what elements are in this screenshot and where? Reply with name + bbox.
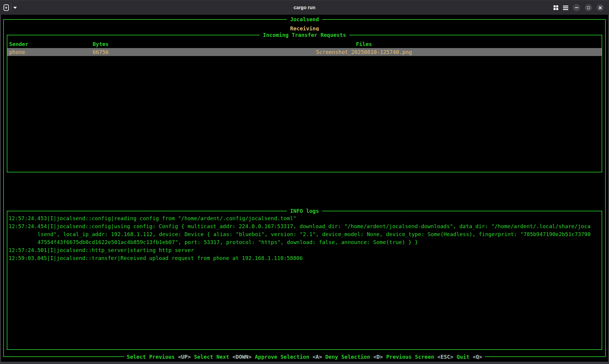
keybinding-bar: Select Previous<UP> Select Next<DOWN> Ap… bbox=[124, 353, 485, 361]
new-tab-button[interactable]: + bbox=[4, 4, 9, 11]
column-header-bytes: Bytes bbox=[93, 40, 126, 48]
terminal-screen[interactable]: Jocalsend Receiving Incoming Transfer Re… bbox=[1, 15, 608, 362]
chevron-down-icon bbox=[13, 7, 17, 9]
headerbar: + cargo run × bbox=[0, 0, 609, 15]
maximize-button[interactable] bbox=[585, 4, 592, 11]
incoming-transfers-panel: Incoming Transfer Requests Sender Bytes … bbox=[7, 35, 602, 172]
log-line-continuation: 47554f43f6675db0cd1622e501ac4b859c13fb1e… bbox=[9, 238, 602, 246]
grid-icon bbox=[554, 5, 558, 10]
keybind-approve-selection: Approve Selection<A> bbox=[255, 353, 322, 361]
plus-icon: + bbox=[4, 4, 9, 11]
table-row-selected[interactable]: phone 66756 Screenshot_20250810-125740.p… bbox=[7, 48, 602, 56]
tab-controls: + bbox=[4, 0, 17, 15]
transfer-table-header: Sender Bytes Files bbox=[7, 40, 602, 48]
keybind-quit: Quit<Q> bbox=[457, 353, 482, 361]
minimize-button[interactable] bbox=[573, 4, 580, 11]
app-title: Jocalsend bbox=[287, 15, 322, 23]
maximize-icon bbox=[587, 6, 590, 9]
close-button[interactable]: × bbox=[597, 4, 604, 11]
keybind-deny-selection: Deny Selection<D> bbox=[325, 353, 383, 361]
info-logs-panel: INFO logs 12:57:24.453|I|jocalsend::conf… bbox=[7, 211, 602, 350]
key-hint: <UP> bbox=[178, 353, 191, 361]
close-icon: × bbox=[598, 5, 602, 10]
window-title: cargo run bbox=[294, 5, 315, 10]
key-hint: <A> bbox=[312, 353, 322, 361]
transfer-table: Sender Bytes Files phone 66756 Screensho… bbox=[7, 40, 602, 56]
log-line: 12:57:24.453|I|jocalsend::config|reading… bbox=[9, 214, 602, 222]
terminal-window: + cargo run × bbox=[0, 0, 609, 364]
tab-overview-button[interactable] bbox=[554, 5, 558, 10]
cell-files: Screenshot_20250810-125740.png bbox=[126, 48, 602, 56]
info-logs-title: INFO logs bbox=[287, 207, 322, 215]
new-tab-dropdown-button[interactable] bbox=[13, 7, 17, 9]
log-line-continuation: lsend", local_ip_addr: 192.168.1.112, de… bbox=[9, 230, 602, 238]
incoming-transfers-title: Incoming Transfer Requests bbox=[260, 31, 349, 39]
keybind-select-previous: Select Previous<UP> bbox=[127, 353, 191, 361]
cell-sender: phone bbox=[9, 48, 93, 56]
minimize-icon bbox=[575, 7, 578, 8]
log-line: 12:57:24.454|I|jocalsend::config|using c… bbox=[9, 222, 602, 230]
divider bbox=[11, 4, 11, 12]
app-frame: Jocalsend Receiving Incoming Transfer Re… bbox=[3, 19, 606, 357]
keybind-previous-screen: Previous Screen<ESC> bbox=[386, 353, 454, 361]
hamburger-icon bbox=[563, 6, 568, 10]
column-header-sender: Sender bbox=[9, 40, 93, 48]
keybind-select-next: Select Next<DOWN> bbox=[194, 353, 252, 361]
key-hint: <Q> bbox=[473, 353, 482, 361]
key-hint: <D> bbox=[373, 353, 383, 361]
menu-button[interactable] bbox=[563, 6, 568, 10]
log-line: 12:59:03.045|I|jocalsend::transfer|Recei… bbox=[9, 254, 602, 262]
log-lines: 12:57:24.453|I|jocalsend::config|reading… bbox=[7, 211, 602, 262]
cell-bytes: 66756 bbox=[93, 48, 126, 56]
key-hint: <ESC> bbox=[437, 353, 453, 361]
window-controls: × bbox=[554, 0, 604, 15]
key-hint: <DOWN> bbox=[233, 353, 252, 361]
column-header-files: Files bbox=[126, 40, 602, 48]
log-line: 12:57:24.501|I|jocalsend::http_server|st… bbox=[9, 246, 602, 254]
